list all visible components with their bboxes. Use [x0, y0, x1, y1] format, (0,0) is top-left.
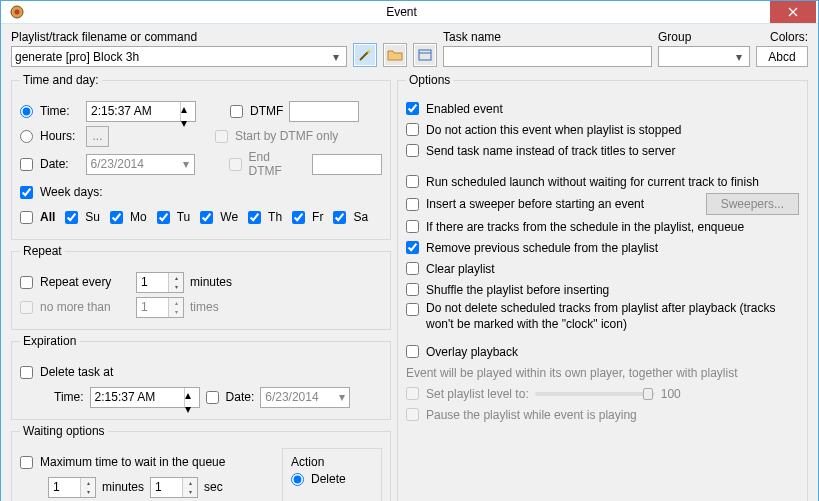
check-dtmf[interactable]: DTMF — [230, 104, 283, 118]
filename-label: Playlist/track filename or command — [11, 30, 347, 44]
expiration-time-label: Time: — [54, 390, 84, 404]
group-options: Options Enabled event Do not action this… — [397, 73, 808, 501]
wait-minutes-spin[interactable]: 1▴▾ — [48, 477, 96, 498]
radio-time[interactable]: Time: — [20, 104, 80, 118]
colors-button[interactable]: Abcd — [756, 46, 808, 67]
check-shuffle[interactable]: Shuffle the playlist before inserting — [406, 283, 609, 297]
check-max-wait[interactable]: Maximum time to wait in the queue — [20, 455, 225, 469]
check-weekday-th[interactable]: Th — [248, 210, 282, 224]
window-icon — [417, 47, 433, 63]
radio-hours[interactable]: Hours: — [20, 129, 80, 143]
check-enabled-event[interactable]: Enabled event — [406, 102, 503, 116]
playlist-level-slider — [535, 392, 655, 396]
group-label: Group — [658, 30, 750, 44]
no-more-than-unit: times — [190, 300, 219, 314]
check-no-delete-clock[interactable]: Do not delete scheduled tracks from play… — [406, 301, 799, 332]
check-run-nowait[interactable]: Run scheduled launch without waiting for… — [406, 175, 759, 189]
end-dtmf-input — [312, 154, 382, 175]
folder-icon — [387, 47, 403, 63]
check-overlay-playback[interactable]: Overlay playback — [406, 345, 518, 359]
check-weekday-fr[interactable]: Fr — [292, 210, 323, 224]
check-repeat-every[interactable]: Repeat every — [20, 275, 130, 289]
check-start-dtmf-only: Start by DTMF only — [215, 129, 338, 143]
check-weekday-su[interactable]: Su — [65, 210, 100, 224]
check-no-more-than: no more than — [20, 300, 130, 314]
list-view-button[interactable] — [413, 43, 437, 67]
action-label: Action — [291, 455, 373, 469]
playlist-level-value: 100 — [661, 387, 681, 401]
waiting-legend: Waiting options — [20, 424, 108, 438]
repeat-every-unit: minutes — [190, 275, 232, 289]
check-expiration-date[interactable]: Date: — [206, 390, 255, 404]
hours-picker-button: ... — [86, 126, 109, 147]
chevron-down-icon: ▾ — [731, 50, 746, 64]
repeat-every-spin[interactable]: 1▴▾ — [136, 272, 184, 293]
date-input: 6/23/2014▾ — [86, 154, 195, 175]
wait-seconds-unit: sec — [204, 480, 223, 494]
browse-button[interactable] — [383, 43, 407, 67]
check-clear-playlist[interactable]: Clear playlist — [406, 262, 495, 276]
check-date[interactable]: Date: — [20, 157, 80, 171]
check-weekday-sa[interactable]: Sa — [333, 210, 368, 224]
check-weekday-mo[interactable]: Mo — [110, 210, 147, 224]
check-insert-sweeper[interactable]: Insert a sweeper before starting an even… — [406, 197, 644, 211]
overlay-hint: Event will be played within its own play… — [406, 366, 738, 380]
sweepers-button: Sweepers... — [706, 193, 799, 215]
expiration-date-input: 6/23/2014▾ — [260, 387, 350, 408]
check-weekdays[interactable]: Week days: — [20, 185, 102, 199]
check-weekday-tu[interactable]: Tu — [157, 210, 191, 224]
svg-rect-2 — [419, 50, 431, 60]
check-enqueue[interactable]: If there are tracks from the schedule in… — [406, 220, 744, 234]
timeday-legend: Time and day: — [20, 73, 102, 87]
check-set-level: Set playlist level to: — [406, 387, 529, 401]
group-waiting-options: Waiting options Maximum time to wait in … — [11, 424, 391, 501]
check-weekday-all[interactable]: All — [20, 210, 55, 224]
check-weekday-we[interactable]: We — [200, 210, 238, 224]
taskname-label: Task name — [443, 30, 652, 44]
colors-label: Colors: — [756, 30, 808, 44]
radio-action-delete[interactable]: Delete — [291, 472, 373, 486]
titlebar: Event — [1, 1, 818, 24]
wait-minutes-unit: minutes — [102, 480, 144, 494]
group-combo[interactable]: ▾ — [658, 46, 750, 67]
time-input[interactable]: 2:15:37 AM▴▾ — [86, 101, 196, 122]
chevron-down-icon: ▾ — [179, 157, 194, 171]
no-more-than-spin: 1▴▾ — [136, 297, 184, 318]
check-delete-task-at[interactable]: Delete task at — [20, 365, 113, 379]
chevron-down-icon: ▾ — [334, 390, 349, 404]
wait-seconds-spin[interactable]: 1▴▾ — [150, 477, 198, 498]
expiration-legend: Expiration — [20, 334, 79, 348]
group-repeat: Repeat Repeat every 1▴▾ minutes no more … — [11, 244, 391, 330]
check-end-dtmf: End DTMF — [229, 150, 306, 178]
wizard-button[interactable] — [353, 43, 377, 67]
group-expiration: Expiration Delete task at Time: 2:15:37 … — [11, 334, 391, 420]
check-pause-playlist: Pause the playlist while event is playin… — [406, 408, 637, 422]
check-send-taskname[interactable]: Send task name instead of track titles t… — [406, 144, 675, 158]
check-noaction-stopped[interactable]: Do not action this event when playlist i… — [406, 123, 681, 137]
dtmf-input[interactable] — [289, 101, 359, 122]
wand-icon — [357, 47, 373, 63]
window-title: Event — [33, 5, 770, 19]
filename-combo[interactable]: generate [pro] Block 3h ▾ — [11, 46, 347, 67]
chevron-down-icon: ▾ — [328, 50, 343, 64]
options-legend: Options — [406, 73, 453, 87]
check-remove-prev[interactable]: Remove previous schedule from the playli… — [406, 241, 658, 255]
close-icon — [788, 7, 798, 17]
close-button[interactable] — [770, 1, 816, 23]
svg-point-1 — [15, 10, 20, 15]
taskname-input[interactable] — [443, 46, 652, 67]
repeat-legend: Repeat — [20, 244, 65, 258]
action-frame: Action Delete Play — [282, 448, 382, 501]
group-time-and-day: Time and day: Time: 2:15:37 AM▴▾ DTMF Ho… — [11, 73, 391, 240]
app-icon — [7, 2, 27, 22]
expiration-time-input[interactable]: 2:15:37 AM▴▾ — [90, 387, 200, 408]
